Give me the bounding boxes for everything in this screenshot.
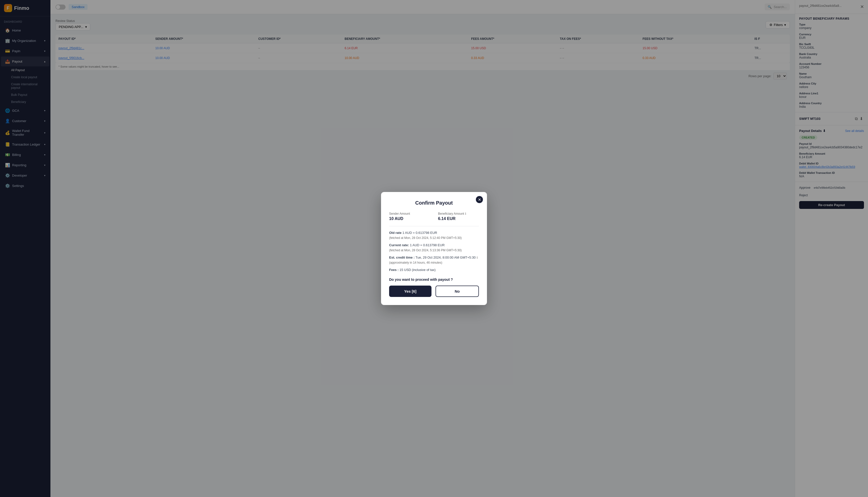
sender-amount-label: Sender Amount (389, 212, 430, 215)
fees-value: 15 USD (inclusive of tax) (400, 268, 435, 272)
fees-row: Fees : 15 USD (inclusive of tax) (389, 267, 479, 272)
sender-amount-value: 10 AUD (389, 216, 430, 221)
est-credit-row: Est. credit time : Tue, 29 Oct 2024, 8:0… (389, 255, 479, 265)
est-credit-value: Tue, 29 Oct 2024, 8:00:00 AM GMT+5:30 (416, 256, 476, 259)
beneficiary-amount-label: Beneficiary Amount ℹ (438, 212, 479, 215)
no-button[interactable]: No (435, 286, 479, 297)
info-icon: ℹ (477, 256, 478, 259)
beneficiary-amount-value: 6.14 EUR (438, 216, 479, 221)
modal-amounts: Sender Amount 10 AUD Beneficiary Amount … (389, 212, 479, 221)
beneficiary-amount-block: Beneficiary Amount ℹ 6.14 EUR (438, 212, 479, 221)
sender-amount-block: Sender Amount 10 AUD (389, 212, 430, 221)
modal-divider (389, 226, 479, 226)
current-rate-sub: (fetched at Mon, 28 Oct 2024, 5:13:36 PM… (389, 248, 462, 252)
est-credit-sub: (approximately in 14 hours, 46 minutes) (389, 261, 442, 265)
current-rate-row: Current rate: 1 AUD = 0.613798 EUR (fetc… (389, 243, 479, 253)
old-rate-sub: (fetched at Mon, 28 Oct 2024, 5:12:40 PM… (389, 236, 462, 240)
modal-close-button[interactable]: ✕ (476, 196, 483, 203)
info-icon: ℹ (465, 212, 466, 215)
modal-title: Confirm Payout (389, 200, 479, 206)
current-rate-value: 1 AUD = 0.613798 EUR (410, 243, 445, 247)
old-rate-value: 1 AUD = 0.613798 EUR (403, 231, 437, 235)
confirm-payout-modal: ✕ Confirm Payout Sender Amount 10 AUD Be… (381, 192, 487, 305)
modal-overlay: ✕ Confirm Payout Sender Amount 10 AUD Be… (0, 0, 868, 497)
old-rate-row: Old rate 1 AUD = 0.613798 EUR (fetched a… (389, 230, 479, 240)
modal-buttons: Yes [6] No (389, 286, 479, 297)
modal-question: Do you want to proceed with payout ? (389, 278, 479, 282)
yes-button[interactable]: Yes [6] (389, 286, 432, 297)
